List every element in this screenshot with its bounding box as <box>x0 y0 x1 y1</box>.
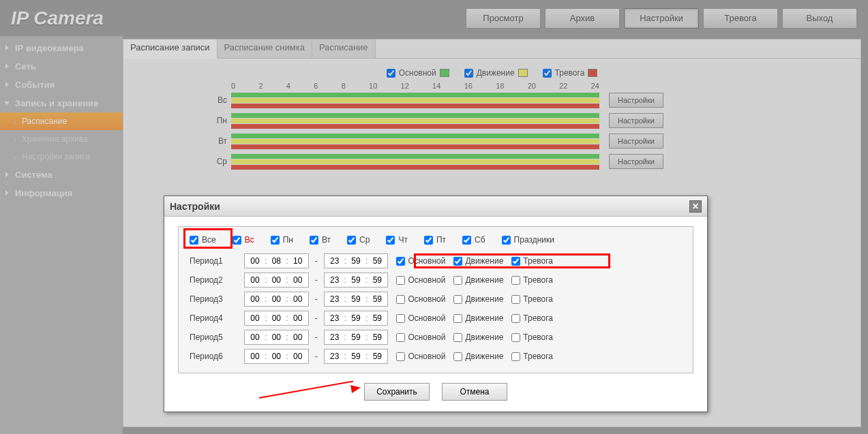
time-end-s[interactable] <box>370 275 385 285</box>
timeline-tick: 16 <box>464 82 473 90</box>
time-end-m[interactable] <box>348 256 363 266</box>
sidebar-system[interactable]: Система <box>0 166 123 184</box>
period-motion-checkbox[interactable]: Движение <box>453 332 503 342</box>
period-alarm-checkbox[interactable]: Тревога <box>511 294 553 304</box>
period-motion-checkbox[interactable]: Движение <box>453 352 503 361</box>
period-alarm-checkbox[interactable]: Тревога <box>511 352 553 361</box>
period-main-checkbox[interactable]: Основной <box>396 275 445 285</box>
period-label: Период5 <box>190 332 240 342</box>
period-alarm-checkbox[interactable]: Тревога <box>511 332 553 342</box>
period-main-checkbox[interactable]: Основной <box>396 313 445 323</box>
time-end: :: <box>324 349 389 364</box>
time-start-m[interactable] <box>269 352 284 361</box>
period-row-1: Период1::-::ОсновнойДвижениеТревога <box>190 251 682 270</box>
time-start-s[interactable] <box>290 352 305 361</box>
time-start-m[interactable] <box>269 256 284 266</box>
day-sat[interactable]: Сб <box>462 235 485 245</box>
day-all[interactable]: Все <box>190 235 216 245</box>
time-end-m[interactable] <box>348 275 363 285</box>
time-start-m[interactable] <box>269 275 284 285</box>
time-start-s[interactable] <box>290 313 305 323</box>
time-end-s[interactable] <box>370 256 385 266</box>
sidebar-record-settings[interactable]: ›Настройки записи <box>0 148 123 166</box>
time-end-m[interactable] <box>348 294 363 304</box>
time-start-h[interactable] <box>248 332 263 342</box>
sidebar-storage[interactable]: Запись и хранение <box>0 94 123 112</box>
legend-main[interactable]: Основной <box>387 68 449 78</box>
period-main-checkbox[interactable]: Основной <box>396 352 445 361</box>
time-start-s[interactable] <box>290 256 305 266</box>
day-mon[interactable]: Пн <box>271 235 293 245</box>
period-main-checkbox[interactable]: Основной <box>396 332 445 342</box>
time-end-h[interactable] <box>327 294 342 304</box>
time-start-s[interactable] <box>290 332 305 342</box>
tab-snapshot-schedule[interactable]: Расписание снимка <box>218 40 312 58</box>
sidebar-camera[interactable]: IP видеокамера <box>0 39 123 57</box>
time-start-m[interactable] <box>269 332 284 342</box>
time-start-h[interactable] <box>248 275 263 285</box>
period-row-4: Период4::-::ОсновнойДвижениеТревога <box>190 309 682 328</box>
time-start-h[interactable] <box>248 294 263 304</box>
time-end-h[interactable] <box>327 352 342 361</box>
row-settings-button[interactable]: Настройки <box>609 93 663 108</box>
period-motion-checkbox[interactable]: Движение <box>453 256 503 266</box>
tab-schedule[interactable]: Расписание <box>312 40 376 58</box>
time-start-s[interactable] <box>290 294 305 304</box>
time-start-h[interactable] <box>248 313 263 323</box>
nav-settings[interactable]: Настройки <box>624 8 699 29</box>
time-end-m[interactable] <box>348 332 363 342</box>
period-main-checkbox[interactable]: Основной <box>396 256 445 266</box>
time-end-m[interactable] <box>348 313 363 323</box>
row-settings-button[interactable]: Настройки <box>609 113 663 128</box>
time-end: :: <box>324 311 389 326</box>
period-main-checkbox[interactable]: Основной <box>396 294 445 304</box>
timeline-bar-yellow <box>231 159 599 164</box>
period-motion-checkbox[interactable]: Движение <box>453 275 503 285</box>
save-button[interactable]: Сохранить <box>364 383 430 401</box>
time-end-h[interactable] <box>327 313 342 323</box>
day-sun[interactable]: Вс <box>233 235 254 245</box>
period-alarm-checkbox[interactable]: Тревога <box>511 275 553 285</box>
cancel-button[interactable]: Отмена <box>442 383 507 401</box>
time-end-h[interactable] <box>327 256 342 266</box>
day-tue[interactable]: Вт <box>310 235 331 245</box>
period-motion-checkbox[interactable]: Движение <box>453 294 503 304</box>
nav-exit[interactable]: Выход <box>782 8 857 29</box>
time-end-m[interactable] <box>348 352 363 361</box>
period-alarm-checkbox[interactable]: Тревога <box>511 313 553 323</box>
close-icon[interactable]: ✕ <box>689 200 702 213</box>
period-alarm-checkbox[interactable]: Тревога <box>511 256 553 266</box>
day-thu[interactable]: Чт <box>386 235 408 245</box>
day-holidays[interactable]: Праздники <box>502 235 554 245</box>
row-settings-button[interactable]: Настройки <box>609 134 663 149</box>
sidebar-network[interactable]: Сеть <box>0 57 123 76</box>
sidebar-archive-storage[interactable]: ›Хранение архива <box>0 130 123 148</box>
time-end-s[interactable] <box>370 294 385 304</box>
timeline-bar-red <box>231 124 599 129</box>
time-start-h[interactable] <box>248 256 263 266</box>
day-fri[interactable]: Пт <box>424 235 446 245</box>
day-wed[interactable]: Ср <box>347 235 370 245</box>
time-start-m[interactable] <box>269 294 284 304</box>
time-start-s[interactable] <box>290 275 305 285</box>
nav-view[interactable]: Просмотр <box>466 8 541 29</box>
time-start-m[interactable] <box>269 313 284 323</box>
nav-archive[interactable]: Архив <box>545 8 620 29</box>
legend-motion[interactable]: Движение <box>464 68 528 78</box>
sidebar-info[interactable]: Информация <box>0 184 123 202</box>
time-end-s[interactable] <box>370 352 385 361</box>
time-end-s[interactable] <box>370 332 385 342</box>
timeline-bar-red <box>231 144 599 149</box>
time-end-h[interactable] <box>327 275 342 285</box>
sidebar-events[interactable]: События <box>0 76 123 94</box>
time-end-s[interactable] <box>370 313 385 323</box>
sidebar-schedule[interactable]: ›Расписание <box>0 112 123 130</box>
period-label: Период2 <box>190 275 240 285</box>
time-start-h[interactable] <box>248 352 263 361</box>
tab-record-schedule[interactable]: Расписание записи <box>123 40 218 59</box>
period-motion-checkbox[interactable]: Движение <box>453 313 503 323</box>
row-settings-button[interactable]: Настройки <box>609 154 663 169</box>
legend-alarm[interactable]: Тревога <box>543 68 598 78</box>
time-end-h[interactable] <box>327 332 342 342</box>
nav-alarm[interactable]: Тревога <box>703 8 778 29</box>
